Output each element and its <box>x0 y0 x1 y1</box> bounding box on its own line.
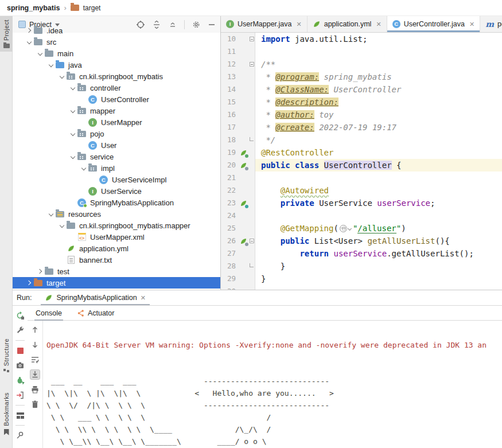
chevron-down-icon[interactable] <box>37 50 44 57</box>
stripe-tab-structure[interactable]: Structure <box>0 335 13 375</box>
chevron-right-icon[interactable] <box>26 279 33 287</box>
code-area[interactable]: 10import java.util.List; 11 12/** 13 * @… <box>221 33 502 290</box>
print-icon[interactable] <box>30 384 40 395</box>
tree-item[interactable]: java <box>13 59 220 71</box>
tab-application-yml[interactable]: application.yml ✕ <box>308 16 387 32</box>
tree-item[interactable]: controller <box>13 82 220 94</box>
editor: I UserMapper.java ✕ application.yml ✕ C … <box>221 16 502 290</box>
code-line: 29} <box>221 272 502 285</box>
code-line: 12/** <box>221 58 502 71</box>
tree-item[interactable]: cn.kil.springboot_mybatis.mapper <box>13 220 220 231</box>
rerun-button[interactable] <box>15 310 25 321</box>
stripe-tab-project[interactable]: Project <box>0 16 13 52</box>
close-icon[interactable]: ✕ <box>297 21 302 28</box>
stripe-tab-bookmarks[interactable]: Bookmarks <box>0 389 13 439</box>
close-icon[interactable]: ✕ <box>141 294 146 302</box>
tree-item[interactable]: src <box>13 36 220 48</box>
chevron-down-icon[interactable] <box>59 73 66 80</box>
tree-item[interactable]: IUserMapper <box>13 116 220 128</box>
run-label: Run: <box>17 294 32 302</box>
tree-item[interactable]: pojo <box>13 128 220 139</box>
chevron-down-icon[interactable] <box>69 153 77 161</box>
tree-item-selected[interactable]: target <box>13 277 220 289</box>
fold-end-icon <box>250 137 254 141</box>
stop-button[interactable] <box>15 345 25 356</box>
request-mapping-gutter-icon[interactable] <box>240 237 247 245</box>
tree-item[interactable]: CUser <box>13 139 220 151</box>
down-arrow-icon[interactable] <box>30 340 40 350</box>
chevron-right-icon[interactable] <box>26 27 33 34</box>
tree-item[interactable]: test <box>13 266 220 277</box>
tree-item[interactable]: CUserController <box>13 94 220 105</box>
autowired-gutter-icon[interactable] <box>240 200 247 207</box>
breadcrumb-item[interactable]: target <box>83 4 101 12</box>
tree-item[interactable]: CUserServiceImpl <box>13 174 220 185</box>
collapse-all-icon[interactable] <box>168 20 177 29</box>
chevron-down-icon[interactable] <box>69 84 77 92</box>
package-icon <box>67 73 75 80</box>
ascii-banner: ___ __ ___ ___ -------------------------… <box>46 375 502 448</box>
tree-item[interactable]: resources <box>13 208 220 220</box>
chevron-down-icon[interactable] <box>48 61 55 69</box>
chevron-down-icon[interactable] <box>69 130 77 138</box>
tree-item[interactable]: service <box>13 151 220 162</box>
tool-window-stripe: Project Structure Bookmarks <box>0 16 13 448</box>
class-icon: C <box>99 176 108 184</box>
run-configuration-tab[interactable]: SpringMybatisApplication ✕ <box>41 290 150 305</box>
exit-button[interactable] <box>15 390 25 400</box>
chevron-down-icon[interactable] <box>80 165 88 172</box>
tab-actuator[interactable]: Actuator <box>76 306 116 321</box>
mapping-url-link[interactable]: /alluser <box>357 224 396 233</box>
tab-usercontroller-java[interactable]: C UserController.java ✕ <box>387 16 481 32</box>
hide-panel-icon[interactable] <box>208 20 216 29</box>
spring-bean-gutter-icon[interactable] <box>240 162 247 169</box>
run-toolbar <box>13 306 28 448</box>
soft-wrap-icon[interactable] <box>30 354 40 365</box>
tree-item[interactable]: CSpringMybatisApplication <box>13 197 220 208</box>
select-opened-file-icon[interactable] <box>136 20 145 29</box>
gear-icon[interactable] <box>192 20 201 29</box>
maven-icon: m <box>485 20 494 28</box>
tree-item[interactable]: IUserService <box>13 185 220 197</box>
settings-wrench-icon[interactable] <box>15 325 25 336</box>
console-tab-bar: Console Actuator <box>28 306 502 321</box>
tree-item[interactable]: cn.kil.springboot_mybatis <box>13 71 220 82</box>
coverage-bug-icon[interactable] <box>15 375 25 385</box>
text-file-icon <box>68 256 75 264</box>
tree-item[interactable]: <>UserMapper.xml <box>13 231 220 243</box>
spring-rest-gutter-icon[interactable] <box>240 149 247 157</box>
divider <box>15 425 25 426</box>
url-globe-icon[interactable] <box>340 225 347 232</box>
chevron-down-icon[interactable] <box>348 227 352 231</box>
tab-usermapper-java[interactable]: I UserMapper.java ✕ <box>221 16 308 32</box>
console-warning: OpenJDK 64-Bit Server VM warning: Option… <box>46 339 502 351</box>
breadcrumb-project[interactable]: spring_mybatis <box>7 4 60 12</box>
close-icon[interactable]: ✕ <box>469 21 474 28</box>
folder-icon <box>34 39 42 45</box>
tab-pom-xml[interactable]: m pom.xml <box>480 16 502 32</box>
layout-settings-icon[interactable] <box>15 410 25 420</box>
pin-icon[interactable] <box>15 430 25 441</box>
code-line: 30 <box>221 285 502 290</box>
tree-item[interactable]: impl <box>13 162 220 174</box>
code-line: 11 <box>221 45 502 58</box>
code-line: 18 */ <box>221 134 502 146</box>
expand-all-icon[interactable] <box>152 20 161 29</box>
tree-item[interactable]: application.yml <box>13 243 220 254</box>
up-arrow-icon[interactable] <box>30 325 40 335</box>
chevron-down-icon[interactable] <box>69 107 77 115</box>
highlighted-identifier: UserController <box>324 161 392 170</box>
tab-console[interactable]: Console <box>34 306 63 321</box>
tree-item[interactable]: main <box>13 48 220 59</box>
code-line: 15 * @description: <box>221 96 502 108</box>
scroll-to-end-icon[interactable] <box>30 369 40 380</box>
trash-icon[interactable] <box>30 399 40 410</box>
thread-dump-camera-icon[interactable] <box>15 360 25 371</box>
chevron-right-icon[interactable] <box>37 268 44 275</box>
close-icon[interactable]: ✕ <box>376 21 381 28</box>
chevron-down-icon[interactable] <box>59 222 66 229</box>
tree-item[interactable]: mapper <box>13 105 220 116</box>
chevron-down-icon[interactable] <box>48 211 55 218</box>
chevron-down-icon[interactable] <box>26 38 33 46</box>
tree-item[interactable]: banner.txt <box>13 254 220 266</box>
